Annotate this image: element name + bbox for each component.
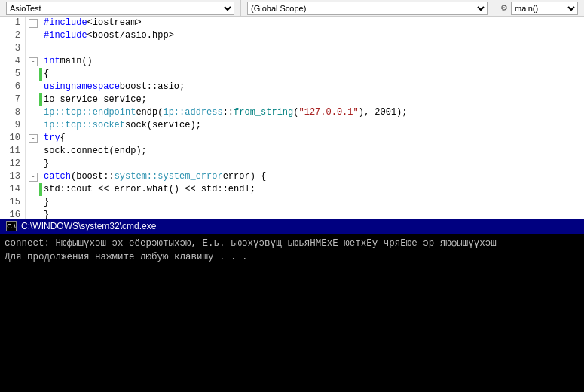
terminal-title: C:\WINDOWS\system32\cmd.exe — [21, 221, 156, 231]
gear-icon: ⚙ — [500, 3, 508, 13]
code-token: main() — [60, 55, 93, 68]
code-token: ip::tcp::socket — [44, 119, 125, 132]
code-line: io_service service; — [29, 93, 584, 106]
code-area: 12345678910111213141516 -#include <iostr… — [0, 17, 584, 219]
code-line: { — [29, 68, 584, 81]
code-token: #include — [44, 29, 87, 42]
code-token: "127.0.0.1" — [298, 106, 358, 119]
code-token: using — [44, 81, 71, 93]
code-token: try — [44, 132, 60, 145]
code-token: { — [44, 68, 49, 81]
code-token: ip::tcp::endpoint — [44, 106, 136, 119]
code-line: -int main() — [29, 55, 584, 68]
code-line: } — [29, 196, 584, 209]
code-token: } — [44, 196, 49, 209]
terminal-icon: C:\ — [6, 221, 17, 231]
code-line: #include <boost/asio.hpp> — [29, 29, 584, 42]
code-token: <boost/asio.hpp> — [87, 29, 174, 42]
code-token: sock.connect(endp); — [44, 145, 147, 158]
terminal-header: C:\ C:\WINDOWS\system32\cmd.exe — [0, 219, 584, 234]
code-line: std::cout << error.what() << std::endl; — [29, 183, 584, 196]
code-line: } — [29, 209, 584, 219]
code-line: using namespace boost::asio; — [29, 81, 584, 93]
code-token: ip::address — [163, 106, 222, 119]
code-token: :: — [223, 106, 234, 119]
code-line: - try { — [29, 132, 584, 145]
code-line: ip::tcp::socket sock(service); — [29, 119, 584, 132]
func-selector-area: ⚙ main() — [494, 2, 584, 15]
terminal-body: connect: Нюфышүхэш эх еёерэютыхэю, Е.ь. … — [0, 234, 584, 392]
change-bar — [39, 68, 42, 81]
code-token: io_service service; — [44, 93, 147, 106]
code-line — [29, 42, 584, 55]
code-editor: 12345678910111213141516 -#include <iostr… — [0, 17, 584, 219]
code-token: namespace — [71, 81, 120, 93]
fold-marker[interactable]: - — [29, 19, 38, 28]
code-token: <iostream> — [87, 17, 142, 29]
code-line: } — [29, 158, 584, 170]
fold-marker[interactable]: - — [29, 57, 38, 66]
scope-selector-area: (Global Scope) — [241, 2, 494, 15]
code-token: error) { — [223, 170, 267, 183]
code-token: } — [44, 158, 49, 170]
file-selector-area: AsioTest — [0, 0, 241, 16]
code-token: catch — [44, 170, 71, 183]
top-bar: AsioTest (Global Scope) ⚙ main() — [0, 0, 584, 17]
code-token: int — [44, 55, 60, 68]
code-token: boost::asio; — [120, 81, 185, 93]
change-bar — [39, 183, 42, 196]
scope-select[interactable]: (Global Scope) — [247, 2, 488, 15]
code-line: - catch (boost::system::system_error err… — [29, 170, 584, 183]
code-token: system::system_error — [115, 170, 223, 183]
code-token: ( — [293, 106, 298, 119]
code-line: -#include <iostream> — [29, 17, 584, 29]
line-numbers: 12345678910111213141516 — [0, 17, 26, 219]
code-token: endp( — [136, 106, 163, 119]
code-token: from_string — [234, 106, 293, 119]
change-bar — [39, 93, 42, 106]
func-select[interactable]: main() — [511, 2, 578, 15]
fold-marker[interactable]: - — [29, 173, 38, 182]
terminal-line: connect: Нюфышүхэш эх еёерэютыхэю, Е.ь. … — [5, 237, 579, 250]
code-content[interactable]: -#include <iostream>#include <boost/asio… — [26, 17, 584, 219]
code-token: ), 2001); — [359, 106, 408, 119]
terminal-line: Для продолжения нажмите любую клавишу . … — [5, 250, 579, 264]
code-line: sock.connect(endp); — [29, 145, 584, 158]
code-token: } — [44, 209, 49, 219]
code-token: { — [60, 132, 66, 145]
code-token: #include — [44, 17, 87, 29]
code-token: (boost:: — [71, 170, 115, 183]
code-line: ip::tcp::endpoint endp(ip::address::from… — [29, 106, 584, 119]
code-token: std::cout << error.what() << std::endl; — [44, 183, 255, 196]
fold-marker[interactable]: - — [29, 134, 38, 143]
code-token: sock(service); — [125, 119, 201, 132]
file-select[interactable]: AsioTest — [6, 2, 234, 15]
